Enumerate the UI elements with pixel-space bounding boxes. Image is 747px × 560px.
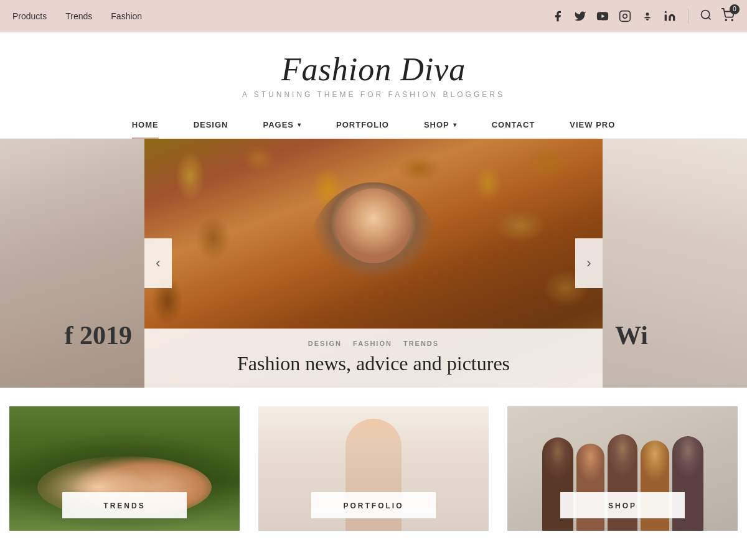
thumb-portfolio[interactable]: PORTFOLIO	[258, 406, 489, 531]
nav-shop[interactable]: SHOP ▾	[406, 111, 474, 138]
youtube-icon[interactable]	[596, 9, 609, 23]
shop-chevron: ▾	[453, 121, 457, 128]
thumb-shop-label-box: SHOP	[560, 492, 685, 518]
hero-side-right	[603, 139, 747, 388]
hero-tag-fashion[interactable]: FASHION	[353, 340, 392, 347]
thumb-shop-label: SHOP	[608, 502, 637, 510]
thumb-portfolio-label: PORTFOLIO	[344, 502, 404, 510]
svg-point-2	[646, 12, 649, 16]
nav-home[interactable]: HOME	[115, 111, 176, 138]
pages-chevron: ▾	[298, 121, 301, 128]
thumb-trends-label-box: TRENDS	[62, 492, 187, 518]
svg-line-5	[708, 17, 711, 19]
facebook-icon[interactable]	[551, 9, 565, 23]
top-bar-right: 0	[551, 8, 735, 25]
hero-side-left	[0, 139, 144, 388]
hero-tags: DESIGN FASHION TRENDS	[163, 340, 584, 347]
main-nav: HOME DESIGN PAGES ▾ PORTFOLIO SHOP ▾ CON…	[0, 105, 747, 139]
instagram-icon[interactable]	[618, 9, 632, 23]
svg-point-6	[725, 19, 726, 21]
slider-next-button[interactable]: ›	[575, 238, 603, 288]
svg-point-3	[665, 11, 667, 13]
thumb-trends[interactable]: TRENDS	[9, 406, 240, 531]
thumb-portfolio-label-box: PORTFOLIO	[311, 492, 436, 518]
hero-tag-design[interactable]: DESIGN	[308, 340, 342, 347]
nav-viewpro[interactable]: VIEW PRO	[552, 111, 632, 138]
svg-rect-0	[620, 11, 631, 22]
odnoklassniki-icon[interactable]	[641, 9, 654, 23]
topnav-products[interactable]: Products	[12, 11, 47, 21]
linkedin-icon[interactable]	[663, 9, 677, 23]
slider-prev-button[interactable]: ‹	[144, 238, 172, 288]
site-header: Fashion Diva A Stunning Theme for Fashio…	[0, 32, 747, 105]
cart-button[interactable]: 0	[721, 8, 735, 25]
hero-section: f 2019 Wi ‹ › DESIGN FASHION TRENDS Fash…	[0, 139, 747, 388]
nav-design[interactable]: DESIGN	[176, 111, 246, 138]
site-title: Fashion Diva	[12, 51, 735, 88]
thumb-shop[interactable]: SHOP	[507, 406, 738, 531]
side-text-right: Wi	[603, 320, 747, 350]
side-text-left: f 2019	[0, 320, 144, 350]
svg-point-4	[702, 10, 710, 18]
thumb-trends-label: TRENDS	[103, 502, 145, 510]
svg-point-7	[731, 19, 733, 21]
topnav-fashion[interactable]: Fashion	[111, 11, 142, 21]
thumbnails-section: TRENDS PORTFOLIO SHOP	[0, 406, 747, 531]
hero-caption: DESIGN FASHION TRENDS Fashion news, advi…	[144, 329, 603, 388]
hero-tag-trends[interactable]: TRENDS	[403, 340, 439, 347]
nav-portfolio[interactable]: PORTFOLIO	[319, 111, 406, 138]
site-subtitle: A Stunning Theme for Fashion Bloggers	[12, 90, 735, 99]
nav-pages[interactable]: PAGES ▾	[245, 111, 319, 138]
nav-contact[interactable]: CONTACT	[474, 111, 553, 138]
cart-count: 0	[730, 4, 740, 14]
top-bar: Products Trends Fashion	[0, 0, 747, 32]
search-button[interactable]	[700, 9, 712, 24]
hero-title: Fashion news, advice and pictures	[163, 352, 584, 375]
divider	[688, 9, 688, 24]
topnav-trends[interactable]: Trends	[65, 11, 92, 21]
top-bar-nav: Products Trends Fashion	[12, 11, 142, 21]
twitter-icon[interactable]	[573, 9, 587, 23]
